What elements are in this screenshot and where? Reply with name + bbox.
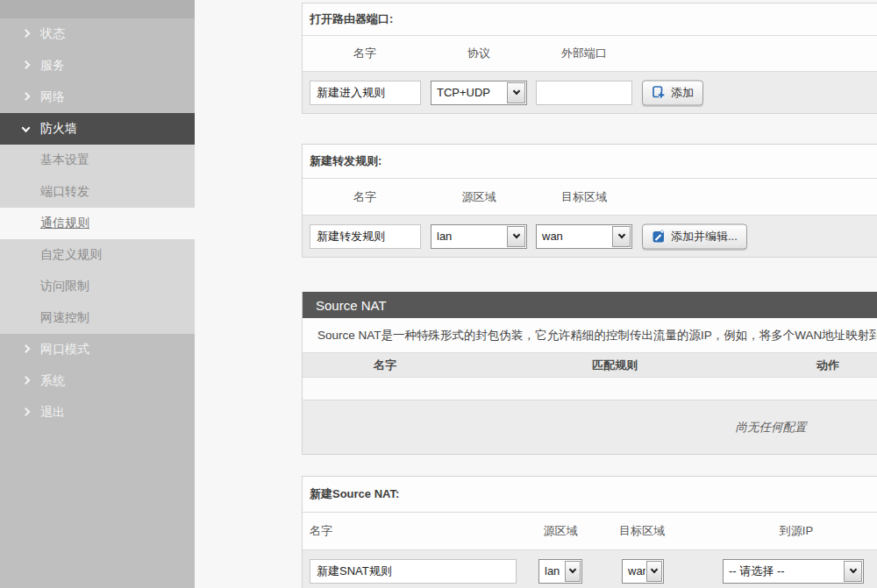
sidebar-item-label: 防火墙 — [40, 121, 77, 137]
sidebar-item-label: 端口转发 — [40, 184, 89, 200]
srczone-select-value: lan — [431, 225, 506, 248]
tosrcip-select-value: -- 请选择 -- — [724, 560, 843, 583]
sidebar-item-port-forwards[interactable]: 端口转发 — [0, 176, 195, 208]
sidebar: 状态 服务 网络 防火墙 基本设置 端口转发 通信规则 自定义规则 — [0, 0, 195, 588]
dropdown-arrow-icon — [612, 226, 631, 247]
source-nat-section: Source NAT Source NAT是一种特殊形式的封包伪装，它允许精细的… — [302, 292, 877, 455]
open-ports-header-name: 名字 — [353, 46, 376, 61]
sidebar-item-speed-control[interactable]: 网速控制 — [0, 302, 195, 334]
sidebar-item-label: 访问限制 — [40, 279, 89, 294]
new-snat-header-tosrcip: 到源IP — [780, 523, 813, 539]
add-edit-icon — [652, 230, 666, 244]
dropdown-arrow-icon — [507, 82, 525, 103]
sidebar-item-network[interactable]: 网络 — [0, 81, 195, 113]
new-snat-tosrcip-select[interactable]: -- 请选择 -- — [723, 559, 864, 584]
open-ports-title: 打开路由器端口: — [310, 11, 393, 27]
snat-header-action: 动作 — [816, 358, 839, 373]
sidebar-top-strip — [0, 0, 195, 18]
sidebar-item-label: 通信规则 — [40, 216, 89, 231]
sidebar-item-label: 网速控制 — [40, 310, 89, 326]
chevron-right-icon — [22, 29, 31, 38]
dstzone-select-value: wan — [623, 560, 645, 583]
sidebar-item-traffic-rules[interactable]: 通信规则 — [0, 208, 195, 239]
sidebar-item-system[interactable]: 系统 — [0, 365, 195, 397]
new-forward-header-srczone: 源区域 — [462, 189, 496, 205]
add-icon — [652, 86, 666, 100]
snat-empty-row — [303, 378, 877, 400]
sidebar-item-label: 退出 — [40, 405, 65, 421]
new-forward-name-input[interactable] — [310, 224, 421, 249]
open-ports-header-protocol: 协议 — [467, 46, 490, 61]
new-forward-header-name: 名字 — [353, 189, 376, 205]
new-snat-title: 新建Source NAT: — [310, 486, 399, 502]
sidebar-item-access-restriction[interactable]: 访问限制 — [0, 271, 195, 302]
snat-header-match: 匹配规则 — [592, 358, 638, 373]
new-forward-section: 新建转发规则: 名字 源区域 目标区域 lan wan — [302, 144, 877, 258]
new-snat-header-srczone: 源区域 — [544, 523, 578, 539]
dropdown-arrow-icon — [565, 561, 581, 582]
sidebar-item-label: 状态 — [40, 26, 65, 42]
chevron-down-icon — [22, 124, 31, 132]
add-and-edit-button[interactable]: 添加并编辑... — [642, 223, 747, 249]
srczone-select-value: lan — [539, 560, 564, 583]
new-snat-header-name: 名字 — [310, 523, 332, 539]
add-button[interactable]: 添加 — [642, 80, 703, 105]
sidebar-item-label: 网口模式 — [40, 342, 89, 358]
new-snat-srczone-select[interactable]: lan — [538, 559, 582, 584]
sidebar-item-firewall[interactable]: 防火墙 — [0, 113, 195, 145]
sidebar-item-custom-rules[interactable]: 自定义规则 — [0, 239, 195, 271]
open-ports-extport-input[interactable] — [536, 81, 632, 105]
new-forward-title: 新建转发规则: — [310, 153, 381, 169]
snat-header-name: 名字 — [374, 358, 396, 373]
sidebar-item-logout[interactable]: 退出 — [0, 397, 195, 429]
page: 状态 服务 网络 防火墙 基本设置 端口转发 通信规则 自定义规则 — [0, 0, 877, 588]
dropdown-arrow-icon — [507, 226, 525, 247]
no-config-text: 尚无任何配置 — [736, 420, 807, 436]
chevron-right-icon — [22, 344, 31, 353]
source-nat-description: Source NAT是一种特殊形式的封包伪装，它允许精细的控制传出流量的源IP，… — [317, 328, 877, 344]
source-nat-title: Source NAT — [303, 298, 387, 313]
sidebar-item-status[interactable]: 状态 — [0, 18, 195, 50]
sidebar-item-label: 基本设置 — [40, 152, 89, 168]
protocol-select-value: TCP+UDP — [431, 81, 506, 104]
sidebar-item-port-mode[interactable]: 网口模式 — [0, 334, 195, 365]
chevron-right-icon — [22, 60, 31, 69]
open-ports-protocol-select[interactable]: TCP+UDP — [431, 81, 527, 105]
add-button-label: 添加 — [671, 85, 694, 101]
add-and-edit-button-label: 添加并编辑... — [671, 229, 738, 244]
dstzone-select-value: wan — [537, 225, 611, 248]
open-ports-section: 打开路由器端口: 名字 协议 外部端口 TCP+UDP — [302, 3, 877, 114]
new-snat-dstzone-select[interactable]: wan — [622, 559, 664, 584]
sidebar-item-label: 系统 — [40, 373, 65, 389]
new-forward-srczone-select[interactable]: lan — [431, 224, 527, 249]
source-nat-title-bar: Source NAT — [303, 292, 877, 318]
new-snat-header-dstzone: 目标区域 — [619, 523, 665, 539]
sidebar-item-basic-settings[interactable]: 基本设置 — [0, 145, 195, 176]
chevron-right-icon — [22, 376, 31, 385]
new-snat-section: 新建Source NAT: 名字 源区域 目标区域 到源IP lan wan — [302, 476, 877, 588]
chevron-right-icon — [22, 407, 31, 416]
sidebar-item-services[interactable]: 服务 — [0, 50, 195, 81]
open-ports-header-extport: 外部端口 — [561, 46, 607, 61]
firewall-submenu: 基本设置 端口转发 通信规则 自定义规则 访问限制 网速控制 — [0, 145, 195, 334]
sidebar-item-label: 网络 — [40, 89, 65, 105]
sidebar-item-label: 服务 — [40, 58, 65, 74]
new-snat-name-input[interactable] — [310, 559, 517, 584]
new-forward-header-dstzone: 目标区域 — [561, 189, 607, 205]
dropdown-arrow-icon — [646, 561, 662, 582]
sidebar-item-label: 自定义规则 — [40, 247, 102, 263]
dropdown-arrow-icon — [844, 561, 862, 582]
new-forward-dstzone-select[interactable]: wan — [536, 224, 632, 249]
open-ports-name-input[interactable] — [310, 81, 421, 105]
snat-no-config-row: 尚无任何配置 — [303, 400, 877, 454]
chevron-right-icon — [22, 92, 31, 101]
